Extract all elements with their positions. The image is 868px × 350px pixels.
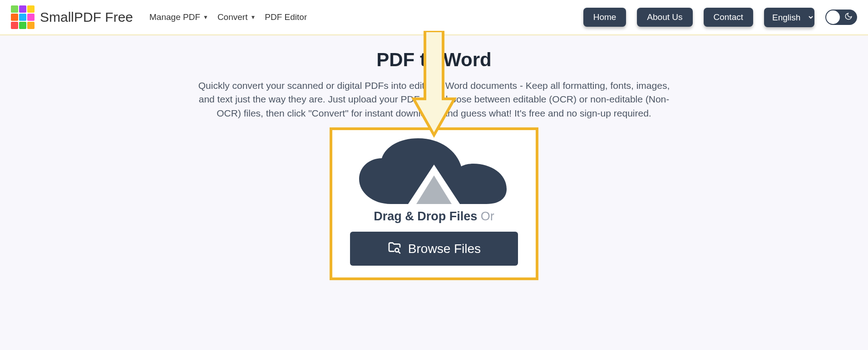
- folder-search-icon: [387, 240, 402, 258]
- nav-editor-label: PDF Editor: [265, 12, 307, 22]
- browse-files-label: Browse Files: [408, 242, 481, 256]
- chevron-down-icon: ▼: [203, 14, 208, 20]
- home-button[interactable]: Home: [583, 8, 626, 27]
- browse-files-button[interactable]: Browse Files: [350, 232, 518, 266]
- svg-line-1: [398, 252, 400, 253]
- nav-convert-label: Convert: [217, 12, 248, 22]
- language-select[interactable]: English: [764, 8, 814, 27]
- nav-manage-pdf[interactable]: Manage PDF ▼: [149, 12, 208, 22]
- brand-name: SmallPDF Free: [40, 10, 133, 25]
- logo-icon: [11, 5, 35, 29]
- theme-toggle[interactable]: [825, 10, 857, 25]
- top-header: SmallPDF Free Manage PDF ▼ Convert ▼ PDF…: [0, 0, 868, 35]
- primary-nav: Manage PDF ▼ Convert ▼ PDF Editor: [149, 12, 307, 22]
- nav-pdf-editor[interactable]: PDF Editor: [265, 12, 307, 22]
- page-description: Quickly convert your scanned or digital …: [193, 79, 675, 120]
- chevron-down-icon: ▼: [250, 14, 256, 20]
- nav-manage-label: Manage PDF: [149, 12, 200, 22]
- drag-drop-label: Drag & Drop Files Or: [342, 209, 526, 224]
- upload-dropzone[interactable]: Drag & Drop Files Or Browse Files: [330, 127, 538, 280]
- or-text: Or: [481, 209, 494, 223]
- drag-drop-text: Drag & Drop Files: [374, 209, 477, 223]
- toggle-knob: [826, 10, 840, 24]
- page-title: PDF to Word: [0, 49, 868, 71]
- contact-button[interactable]: Contact: [704, 8, 753, 27]
- logo-block[interactable]: SmallPDF Free: [11, 5, 133, 29]
- main-content: PDF to Word Quickly convert your scanned…: [0, 35, 868, 316]
- about-us-button[interactable]: About Us: [637, 8, 692, 27]
- moon-icon: [844, 12, 853, 22]
- nav-convert[interactable]: Convert ▼: [217, 12, 256, 22]
- cloud-upload-icon: [342, 138, 526, 204]
